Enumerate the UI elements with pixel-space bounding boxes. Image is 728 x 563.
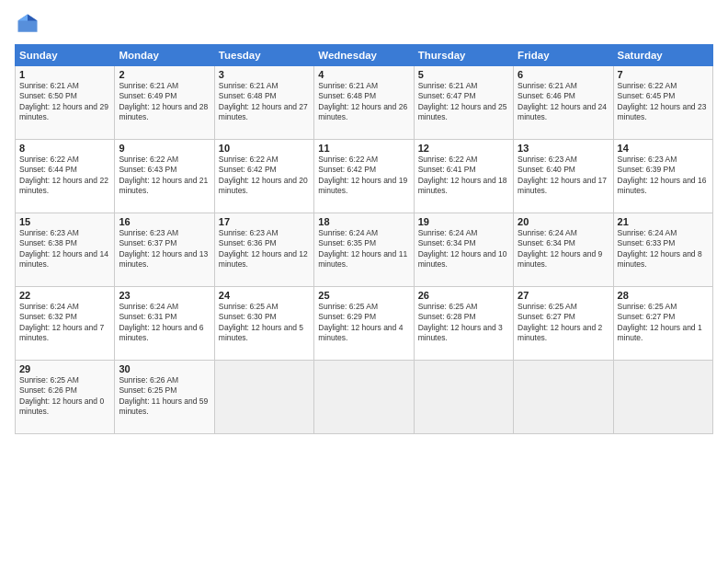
calendar-cell: 18Sunrise: 6:24 AMSunset: 6:35 PMDayligh…: [314, 213, 414, 287]
day-number: 3: [219, 69, 310, 80]
day-number: 18: [318, 216, 409, 227]
cell-text: Sunrise: 6:23 AMSunset: 6:39 PMDaylight:…: [618, 155, 709, 197]
day-number: 6: [518, 69, 609, 80]
day-number: 7: [618, 69, 709, 80]
day-number: 29: [19, 363, 110, 374]
cell-text: Sunrise: 6:26 AMSunset: 6:25 PMDaylight:…: [119, 375, 210, 418]
calendar-cell: 24Sunrise: 6:25 AMSunset: 6:30 PMDayligh…: [214, 287, 313, 361]
cell-text: Sunrise: 6:24 AMSunset: 6:34 PMDaylight:…: [418, 228, 509, 270]
cell-text: Sunrise: 6:25 AMSunset: 6:28 PMDaylight:…: [418, 302, 509, 344]
calendar-cell: 29Sunrise: 6:25 AMSunset: 6:26 PMDayligh…: [16, 361, 115, 434]
calendar-cell: [514, 361, 613, 434]
cell-text: Sunrise: 6:21 AMSunset: 6:48 PMDaylight:…: [219, 81, 310, 123]
calendar-cell: 3Sunrise: 6:21 AMSunset: 6:48 PMDaylight…: [214, 66, 313, 140]
day-number: 16: [119, 216, 210, 227]
cell-text: Sunrise: 6:24 AMSunset: 6:35 PMDaylight:…: [318, 228, 409, 270]
day-number: 24: [219, 290, 310, 301]
day-number: 23: [119, 290, 210, 301]
day-number: 12: [418, 143, 509, 154]
day-number: 8: [19, 143, 110, 154]
day-number: 25: [318, 290, 409, 301]
day-header-thursday: Thursday: [414, 45, 513, 66]
day-header-friday: Friday: [514, 45, 613, 66]
calendar-week-1: 1Sunrise: 6:21 AMSunset: 6:50 PMDaylight…: [16, 66, 713, 140]
cell-text: Sunrise: 6:24 AMSunset: 6:32 PMDaylight:…: [19, 302, 110, 344]
day-number: 30: [119, 363, 210, 374]
day-number: 14: [618, 143, 709, 154]
cell-text: Sunrise: 6:25 AMSunset: 6:27 PMDaylight:…: [518, 302, 609, 344]
day-header-wednesday: Wednesday: [314, 45, 414, 66]
calendar-cell: 5Sunrise: 6:21 AMSunset: 6:47 PMDaylight…: [414, 66, 513, 140]
cell-text: Sunrise: 6:22 AMSunset: 6:42 PMDaylight:…: [318, 155, 409, 197]
cell-text: Sunrise: 6:24 AMSunset: 6:31 PMDaylight:…: [119, 302, 210, 344]
day-header-tuesday: Tuesday: [214, 45, 313, 66]
calendar-cell: 23Sunrise: 6:24 AMSunset: 6:31 PMDayligh…: [115, 287, 214, 361]
cell-text: Sunrise: 6:21 AMSunset: 6:50 PMDaylight:…: [19, 81, 110, 123]
calendar-cell: 8Sunrise: 6:22 AMSunset: 6:44 PMDaylight…: [16, 140, 115, 213]
day-number: 27: [518, 290, 609, 301]
calendar-cell: 25Sunrise: 6:25 AMSunset: 6:29 PMDayligh…: [314, 287, 414, 361]
calendar-cell: 6Sunrise: 6:21 AMSunset: 6:46 PMDaylight…: [514, 66, 613, 140]
day-number: 22: [19, 290, 110, 301]
cell-text: Sunrise: 6:23 AMSunset: 6:40 PMDaylight:…: [518, 155, 609, 197]
cell-text: Sunrise: 6:21 AMSunset: 6:49 PMDaylight:…: [119, 81, 210, 123]
calendar-week-3: 15Sunrise: 6:23 AMSunset: 6:38 PMDayligh…: [16, 213, 713, 287]
calendar-cell: 22Sunrise: 6:24 AMSunset: 6:32 PMDayligh…: [16, 287, 115, 361]
day-number: 2: [119, 69, 210, 80]
calendar-week-5: 29Sunrise: 6:25 AMSunset: 6:26 PMDayligh…: [16, 361, 713, 434]
cell-text: Sunrise: 6:22 AMSunset: 6:43 PMDaylight:…: [119, 155, 210, 197]
cell-text: Sunrise: 6:22 AMSunset: 6:45 PMDaylight:…: [618, 81, 709, 123]
calendar-cell: 17Sunrise: 6:23 AMSunset: 6:36 PMDayligh…: [214, 213, 313, 287]
calendar-cell: 21Sunrise: 6:24 AMSunset: 6:33 PMDayligh…: [613, 213, 712, 287]
day-number: 1: [19, 69, 110, 80]
cell-text: Sunrise: 6:25 AMSunset: 6:29 PMDaylight:…: [318, 302, 409, 344]
calendar-cell: 4Sunrise: 6:21 AMSunset: 6:48 PMDaylight…: [314, 66, 414, 140]
cell-text: Sunrise: 6:23 AMSunset: 6:38 PMDaylight:…: [19, 228, 110, 270]
calendar-cell: 13Sunrise: 6:23 AMSunset: 6:40 PMDayligh…: [514, 140, 613, 213]
page: SundayMondayTuesdayWednesdayThursdayFrid…: [0, 0, 728, 563]
calendar-cell: 2Sunrise: 6:21 AMSunset: 6:49 PMDaylight…: [115, 66, 214, 140]
calendar-cell: 14Sunrise: 6:23 AMSunset: 6:39 PMDayligh…: [613, 140, 712, 213]
cell-text: Sunrise: 6:24 AMSunset: 6:33 PMDaylight:…: [618, 228, 709, 270]
cell-text: Sunrise: 6:22 AMSunset: 6:44 PMDaylight:…: [19, 155, 110, 197]
calendar-cell: 15Sunrise: 6:23 AMSunset: 6:38 PMDayligh…: [16, 213, 115, 287]
calendar-table: SundayMondayTuesdayWednesdayThursdayFrid…: [15, 44, 713, 434]
day-number: 5: [418, 69, 509, 80]
header-row: SundayMondayTuesdayWednesdayThursdayFrid…: [16, 45, 713, 66]
calendar-cell: 10Sunrise: 6:22 AMSunset: 6:42 PMDayligh…: [214, 140, 313, 213]
calendar-cell: 11Sunrise: 6:22 AMSunset: 6:42 PMDayligh…: [314, 140, 414, 213]
day-number: 10: [219, 143, 310, 154]
day-number: 21: [618, 216, 709, 227]
cell-text: Sunrise: 6:21 AMSunset: 6:48 PMDaylight:…: [318, 81, 409, 123]
day-number: 28: [618, 290, 709, 301]
calendar-cell: 20Sunrise: 6:24 AMSunset: 6:34 PMDayligh…: [514, 213, 613, 287]
svg-marker-2: [18, 15, 28, 21]
logo-icon: [15, 11, 40, 37]
svg-marker-1: [28, 15, 38, 21]
day-header-monday: Monday: [115, 45, 214, 66]
calendar-cell: [314, 361, 414, 434]
calendar-cell: 26Sunrise: 6:25 AMSunset: 6:28 PMDayligh…: [414, 287, 513, 361]
cell-text: Sunrise: 6:25 AMSunset: 6:30 PMDaylight:…: [219, 302, 310, 344]
day-header-saturday: Saturday: [613, 45, 712, 66]
calendar-cell: 12Sunrise: 6:22 AMSunset: 6:41 PMDayligh…: [414, 140, 513, 213]
day-number: 20: [518, 216, 609, 227]
calendar-week-2: 8Sunrise: 6:22 AMSunset: 6:44 PMDaylight…: [16, 140, 713, 213]
day-number: 26: [418, 290, 509, 301]
cell-text: Sunrise: 6:23 AMSunset: 6:37 PMDaylight:…: [119, 228, 210, 270]
calendar-cell: [613, 361, 712, 434]
day-header-sunday: Sunday: [16, 45, 115, 66]
cell-text: Sunrise: 6:21 AMSunset: 6:47 PMDaylight:…: [418, 81, 509, 123]
calendar-cell: [214, 361, 313, 434]
day-number: 13: [518, 143, 609, 154]
calendar-cell: 30Sunrise: 6:26 AMSunset: 6:25 PMDayligh…: [115, 361, 214, 434]
logo: [15, 11, 44, 37]
day-number: 4: [318, 69, 409, 80]
calendar-cell: [414, 361, 513, 434]
day-number: 17: [219, 216, 310, 227]
cell-text: Sunrise: 6:24 AMSunset: 6:34 PMDaylight:…: [518, 228, 609, 270]
cell-text: Sunrise: 6:25 AMSunset: 6:26 PMDaylight:…: [19, 375, 110, 418]
day-number: 15: [19, 216, 110, 227]
calendar-header: SundayMondayTuesdayWednesdayThursdayFrid…: [16, 45, 713, 66]
day-number: 19: [418, 216, 509, 227]
